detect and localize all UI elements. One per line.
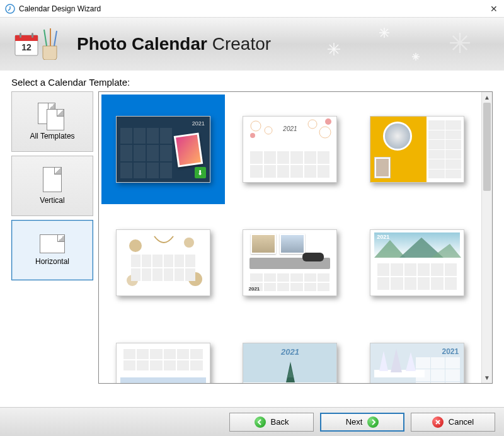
cal-date-text: 12: [21, 42, 32, 52]
svg-marker-26: [391, 348, 402, 372]
template-preview: [116, 229, 210, 296]
template-thumb[interactable]: [101, 208, 225, 318]
brand-title: Photo Calendar Creator: [77, 34, 271, 54]
svg-point-13: [325, 118, 331, 125]
svg-rect-2: [15, 35, 38, 41]
window-title: Calendar Design Wizard: [19, 4, 489, 13]
template-thumb[interactable]: [355, 95, 479, 204]
svg-rect-4: [32, 33, 33, 38]
page-horizontal-icon: [40, 234, 65, 253]
cancel-x-icon: [432, 416, 444, 428]
svg-rect-21: [243, 382, 337, 383]
brush-cup-icon: [38, 28, 62, 60]
snowflake-decoration: [302, 18, 504, 71]
svg-point-15: [184, 238, 194, 248]
template-preview: 2021: [370, 229, 464, 296]
sidebar-item-all-templates[interactable]: All Templates: [11, 91, 93, 152]
scroll-up-icon[interactable]: ▲: [482, 92, 493, 103]
template-preview: [116, 343, 210, 383]
brand-light: Creator: [207, 34, 271, 54]
template-thumb[interactable]: 2021: [229, 95, 352, 204]
sidebar-item-horizontal[interactable]: Horizontal: [11, 220, 93, 280]
template-thumb[interactable]: 2021 ⬇: [101, 95, 225, 204]
stacked-pages-icon: [38, 103, 67, 132]
template-preview: 2021: [243, 343, 337, 383]
sidebar-item-vertical[interactable]: Vertical: [11, 156, 93, 216]
svg-point-14: [129, 239, 142, 252]
arrow-right-icon: [367, 416, 379, 428]
content: Select a Calendar Template: All Template…: [0, 71, 504, 384]
scroll-handle[interactable]: [483, 103, 491, 191]
scroll-down-icon[interactable]: ▼: [482, 372, 493, 383]
template-thumb[interactable]: 2021: [355, 321, 479, 383]
svg-marker-27: [406, 352, 416, 371]
sidebar: All Templates Vertical Horizontal: [11, 91, 98, 384]
back-button[interactable]: Back: [229, 413, 314, 432]
svg-line-7: [54, 31, 57, 46]
template-preview: [370, 116, 464, 183]
calendar-icon: 12: [13, 30, 40, 58]
scroll-track[interactable]: [482, 103, 492, 372]
next-button[interactable]: Next: [320, 413, 404, 432]
template-preview: 2021: [370, 343, 464, 383]
close-icon[interactable]: ✕: [489, 4, 499, 14]
template-thumb[interactable]: 2021: [229, 208, 352, 318]
template-preview: 2021: [243, 116, 337, 183]
cancel-label: Cancel: [449, 417, 474, 427]
app-logo: 12: [13, 28, 62, 60]
template-preview: 2021 ⬇: [116, 116, 210, 183]
sidebar-item-label: Vertical: [40, 196, 64, 205]
svg-marker-18: [374, 240, 406, 258]
app-icon: [5, 4, 15, 14]
next-label: Next: [346, 417, 363, 427]
gallery-wrap: 2021 ⬇ 2021: [98, 91, 493, 384]
template-thumb[interactable]: 2021: [229, 321, 352, 383]
banner: 12 Photo Calendar Creator: [0, 18, 504, 71]
footer: Back Next Cancel: [0, 407, 504, 436]
scrollbar[interactable]: ▲ ▼: [481, 92, 492, 383]
sidebar-item-label: Horizontal: [35, 257, 69, 266]
cancel-button[interactable]: Cancel: [411, 413, 495, 432]
template-thumb[interactable]: 2021: [355, 208, 479, 318]
back-label: Back: [271, 417, 289, 427]
template-preview: 2021: [243, 229, 337, 296]
arrow-left-icon: [255, 416, 266, 428]
sidebar-item-label: All Templates: [30, 132, 74, 141]
svg-rect-3: [20, 33, 21, 38]
titlebar: Calendar Design Wizard ✕: [0, 0, 504, 18]
svg-marker-25: [379, 351, 388, 371]
page-vertical-icon: [43, 167, 62, 192]
page-heading: Select a Calendar Template:: [11, 77, 493, 88]
svg-marker-23: [287, 366, 294, 377]
template-gallery: 2021 ⬇ 2021: [99, 92, 481, 383]
svg-line-5: [44, 30, 47, 46]
template-thumb[interactable]: [101, 321, 225, 383]
svg-point-12: [250, 133, 255, 138]
workarea: All Templates Vertical Horizontal 2021 ⬇: [11, 91, 493, 384]
brand-bold: Photo Calendar: [77, 34, 207, 54]
